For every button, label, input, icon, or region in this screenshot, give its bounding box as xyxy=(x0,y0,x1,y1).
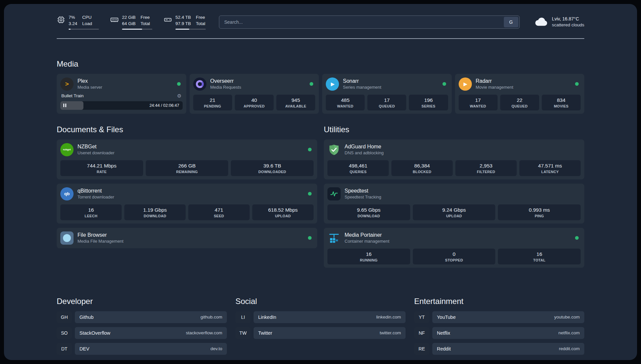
memory-free-label: Free xyxy=(140,15,150,21)
service-description: Movie management xyxy=(476,85,513,90)
bookmark-name: Github xyxy=(79,315,94,320)
cpu-percent: 7% xyxy=(69,15,77,21)
bookmark-url: linkedin.com xyxy=(376,315,401,319)
weather-location: Lviv, 16.87°C xyxy=(552,16,584,22)
filebrowser-icon xyxy=(60,231,74,245)
bookmark-linkedin[interactable]: LI LinkedIn linkedin.com xyxy=(235,311,406,323)
sonarr-icon: ▶ xyxy=(326,77,339,91)
stat-box: 47.571 ms LATENCY xyxy=(519,160,581,176)
cpu-label: CPU xyxy=(82,15,92,21)
service-name: Overseerr xyxy=(210,78,241,84)
section-title-social: Social xyxy=(235,297,406,306)
status-dot xyxy=(575,82,579,86)
search-provider-button[interactable]: G xyxy=(504,17,518,27)
service-description: Series management xyxy=(343,85,381,90)
stat-box: 39.6 TB DOWNLOADED xyxy=(231,160,314,176)
service-card-speedtest[interactable]: Speedtest Speedtest Tracking 9.65 Gbps D… xyxy=(324,184,584,224)
bookmark-reddit[interactable]: RE Reddit reddit.com xyxy=(414,343,584,355)
memory-total-value: 64 GiB xyxy=(122,21,136,27)
bookmarks-social: Social LI LinkedIn linkedin.com TW Twitt… xyxy=(235,297,406,359)
bookmark-abbr: GH xyxy=(57,311,72,323)
stat-box: 744.21 Mbps RATE xyxy=(60,160,143,176)
service-name: File Browser xyxy=(77,232,123,238)
section-title-developer: Developer xyxy=(57,297,227,306)
section-title-media: Media xyxy=(57,59,584,69)
bookmark-netflix[interactable]: NF Netflix netflix.com xyxy=(414,327,584,339)
stat-box: 471 SEED xyxy=(188,204,250,220)
service-card-overseerr[interactable]: Overseerr Media Requests 21 PENDING 40 A… xyxy=(190,74,319,114)
service-card-adguard[interactable]: AdGuard Home DNS and adblocking 498,461 … xyxy=(324,139,584,179)
disk-total-value: 97.9 TB xyxy=(175,21,191,27)
stat-box: 17 WANTED xyxy=(459,95,498,110)
disk-widget: 52.4 TB 97.9 TB Free Total xyxy=(164,15,206,30)
stat-box: 485 WANTED xyxy=(326,95,365,110)
section-title-entertainment: Entertainment xyxy=(414,297,584,306)
stat-box: 945 AVAILABLE xyxy=(276,95,315,110)
stat-box: 22 QUEUED xyxy=(500,95,539,110)
bookmark-url: reddit.com xyxy=(559,346,580,351)
bookmark-stackoverflow[interactable]: SO StackOverflow stackoverflow.com xyxy=(57,327,227,339)
search-input[interactable] xyxy=(220,19,504,25)
weather-widget: Lviv, 16.87°C scattered clouds xyxy=(534,16,584,28)
disk-usage-bar xyxy=(175,29,206,30)
stat-box: 9.65 Gbps DOWNLOAD xyxy=(327,204,410,220)
bookmark-name: DEV xyxy=(79,346,89,351)
bookmark-abbr: YT xyxy=(414,311,429,323)
qbittorrent-icon: qb xyxy=(60,187,74,200)
bookmark-url: netflix.com xyxy=(558,330,580,335)
stat-box: 40 APPROVED xyxy=(235,95,274,110)
bookmarks-entertainment: Entertainment YT YouTube youtube.com NF … xyxy=(414,297,584,359)
bookmark-url: youtube.com xyxy=(554,315,580,319)
bookmark-abbr: LI xyxy=(235,311,251,323)
service-card-nzbget[interactable]: nzbget NZBGet Usenet downloader 744.21 M… xyxy=(57,139,317,179)
status-dot xyxy=(177,82,181,86)
bookmark-dev[interactable]: DT DEV dev.to xyxy=(57,343,227,355)
service-card-filebrowser[interactable]: File Browser Media File Management xyxy=(57,228,317,248)
bookmark-twitter[interactable]: TW Twitter twitter.com xyxy=(235,327,406,339)
stat-box: 1.19 Gbps DOWNLOAD xyxy=(124,204,186,220)
bookmark-github[interactable]: GH Github github.com xyxy=(57,311,227,323)
service-name: NZBGet xyxy=(77,144,114,150)
disk-free-label: Free xyxy=(196,15,205,21)
bookmark-url: stackoverflow.com xyxy=(186,330,222,335)
bookmark-name: Netflix xyxy=(437,330,450,336)
service-description: DNS and adblocking xyxy=(345,150,384,155)
stat-box: 16 RUNNING xyxy=(327,249,410,264)
service-name: Media Portainer xyxy=(345,232,389,238)
service-description: Usenet downloader xyxy=(77,150,114,155)
bookmark-abbr: RE xyxy=(414,343,429,355)
service-description: Media Requests xyxy=(210,85,241,90)
search-bar: G xyxy=(219,15,520,29)
disk-icon xyxy=(164,15,172,24)
bookmark-name: StackOverflow xyxy=(79,330,110,336)
stat-box: 266 GB REMAINING xyxy=(146,160,229,176)
memory-free-value: 22 GiB xyxy=(122,15,136,21)
resources-widget: 7% 3.24 CPU Load xyxy=(57,15,206,30)
pause-button[interactable] xyxy=(63,104,66,107)
bookmark-youtube[interactable]: YT YouTube youtube.com xyxy=(414,311,584,323)
portainer-icon xyxy=(327,231,341,245)
service-card-radarr[interactable]: ▶ Radarr Movie management 17 WANTED 22 Q… xyxy=(455,74,585,114)
speedtest-icon xyxy=(327,187,341,200)
cpu-usage-bar xyxy=(69,29,99,30)
stat-box: 834 MOVIES xyxy=(542,95,581,110)
nzbget-icon: nzbget xyxy=(60,143,74,156)
bookmark-abbr: NF xyxy=(414,327,429,339)
service-card-plex[interactable]: > Plex Media server Bullet Train ⚙ xyxy=(57,74,186,114)
service-card-qbittorrent[interactable]: qb qBittorrent Torrent downloader 16 LEE… xyxy=(57,184,317,224)
section-title-documents: Documents & Files xyxy=(57,125,317,134)
service-description: Media File Management xyxy=(77,239,123,244)
service-description: Media server xyxy=(77,85,102,90)
stat-box: 0 STOPPED xyxy=(413,249,496,264)
plex-now-playing: Bullet Train ⚙ 24:44 / 02:06:47 xyxy=(60,91,183,110)
weather-condition: scattered clouds xyxy=(552,22,584,28)
plex-icon: > xyxy=(60,77,74,91)
status-dot xyxy=(310,82,313,86)
stat-box: 17 QUEUED xyxy=(367,95,406,110)
player-progress-bar[interactable]: 24:44 / 02:06:47 xyxy=(60,101,183,110)
section-title-utilities: Utilities xyxy=(324,125,584,134)
stat-box: 86,384 BLOCKED xyxy=(391,160,453,176)
service-card-portainer[interactable]: Media Portainer Container management 16 … xyxy=(324,228,584,268)
player-settings-icon[interactable]: ⚙ xyxy=(177,93,181,99)
service-card-sonarr[interactable]: ▶ Sonarr Series management 485 WANTED 17… xyxy=(322,74,452,114)
